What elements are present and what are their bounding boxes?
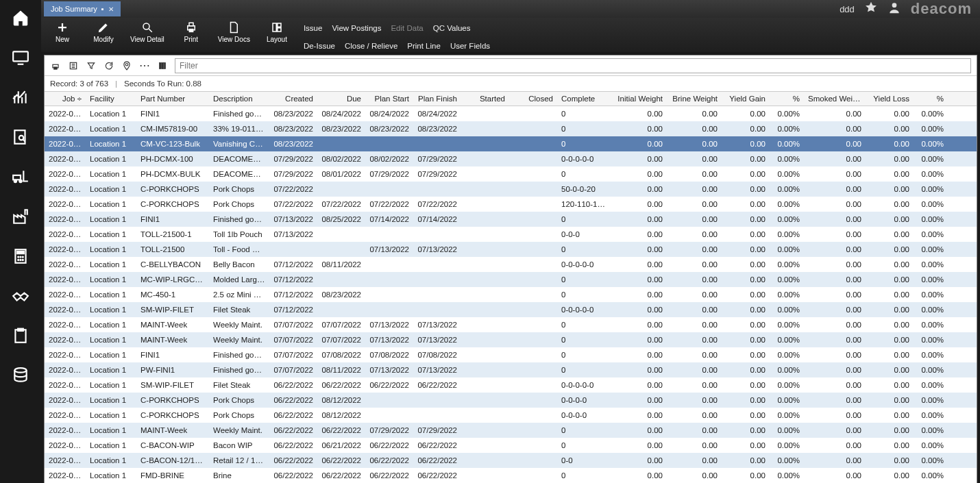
table-row[interactable]: 2022-05648Location 1C-BELLYBACONBelly Ba… bbox=[45, 257, 977, 272]
chart-icon[interactable] bbox=[11, 88, 30, 107]
handshake-icon[interactable] bbox=[11, 286, 30, 306]
table-row[interactable]: 2022-05634Location 1FMD-BRINEBrine06/22/… bbox=[45, 468, 977, 483]
table-row[interactable]: 2022-05660Location 1FINI1Finished good10… bbox=[45, 106, 977, 121]
table-row[interactable]: 2022-05646Location 1MC-450-12.5 oz Mini … bbox=[45, 287, 977, 302]
cell: 0 bbox=[557, 273, 612, 286]
cell: Filet Steak bbox=[209, 378, 269, 392]
cell: 08/23/2022 bbox=[269, 137, 317, 151]
column-header[interactable]: Part Number bbox=[136, 92, 209, 106]
database-icon[interactable] bbox=[11, 366, 30, 385]
star-icon[interactable] bbox=[864, 1, 878, 17]
clipboard-icon[interactable] bbox=[11, 326, 30, 345]
grid-export-icon[interactable] bbox=[68, 60, 79, 71]
cell bbox=[365, 277, 413, 282]
table-row[interactable]: 2022-05649Location 1TOLL-21500Toll - Foo… bbox=[45, 242, 977, 257]
view-docs-button[interactable]: View Docs bbox=[218, 21, 250, 43]
new-button[interactable]: New bbox=[48, 21, 77, 43]
qc-values-link[interactable]: QC Values bbox=[433, 24, 471, 32]
column-header[interactable]: Yield Gain bbox=[722, 92, 770, 106]
column-header[interactable]: Plan Finish bbox=[413, 92, 461, 106]
document-search-icon[interactable] bbox=[11, 127, 30, 147]
grid-more-icon[interactable]: ⋯ bbox=[139, 60, 150, 71]
user-icon[interactable] bbox=[887, 1, 901, 17]
cell: PW-FINI1 bbox=[136, 363, 209, 377]
de-issue-link[interactable]: De-Issue bbox=[304, 42, 335, 50]
column-header[interactable]: Closed bbox=[509, 92, 557, 106]
table-row[interactable]: 2022-05643Location 1FINI1Finished good10… bbox=[45, 347, 977, 362]
table-row[interactable]: 2022-05636Location 1C-BACON-WIPBacon WIP… bbox=[45, 438, 977, 453]
table-scroll[interactable]: Job ÷FacilityPart NumberDescriptionCreat… bbox=[45, 91, 977, 483]
view-postings-link[interactable]: View Postings bbox=[332, 24, 381, 32]
cell: FINI1 bbox=[136, 212, 209, 226]
factory-icon[interactable] bbox=[11, 207, 30, 226]
table-row[interactable]: 2022-05657Location 1PH-DCMX-100DEACOMEX … bbox=[45, 151, 977, 166]
table-row[interactable]: 2022-05656Location 1PH-DCMX-BULKDEACOMEX… bbox=[45, 166, 977, 182]
grid-pin-icon[interactable] bbox=[121, 60, 132, 71]
table-row[interactable]: 2022-05655Location 1C-PORKCHOPSPork Chop… bbox=[45, 182, 977, 197]
print-button[interactable]: Print bbox=[177, 21, 206, 43]
issue-link[interactable]: Issue bbox=[304, 24, 323, 32]
grid-print-icon[interactable] bbox=[50, 60, 61, 71]
cell: 0.00% bbox=[770, 378, 804, 392]
calculator-icon[interactable] bbox=[11, 247, 30, 266]
column-header[interactable]: Facility bbox=[86, 92, 136, 106]
cell: 08/23/2022 bbox=[269, 122, 317, 136]
forklift-icon[interactable] bbox=[11, 167, 30, 186]
grid-columns-icon[interactable] bbox=[157, 60, 168, 71]
table-row[interactable]: 2022-05659Location 1CM-IM57819-0033% 19-… bbox=[45, 121, 977, 136]
table-row[interactable]: 2022-05658Location 1CM-VC-123-BulkVanish… bbox=[45, 136, 977, 151]
tab-pin-icon[interactable]: ▪ bbox=[101, 5, 104, 13]
monitor-icon[interactable] bbox=[11, 48, 30, 67]
cell: 07/13/2022 bbox=[413, 363, 461, 377]
column-header[interactable]: Initial Weight bbox=[612, 92, 667, 106]
grid-filter-icon[interactable] bbox=[86, 60, 97, 71]
table-row[interactable]: 2022-05637Location 1MAINT-WeekWeekly Mai… bbox=[45, 423, 977, 438]
table-row[interactable]: 2022-05650Location 1TOLL-21500-1Toll 1lb… bbox=[45, 227, 977, 242]
table-row[interactable]: 2022-05644Location 1MAINT-WeekWeekly Mai… bbox=[45, 332, 977, 347]
column-header[interactable]: % bbox=[770, 92, 804, 106]
column-header[interactable]: Complete bbox=[557, 92, 612, 106]
modify-button[interactable]: Modify bbox=[89, 21, 118, 43]
table-row[interactable]: 2022-05641Location 1SM-WIP-FILETFilet St… bbox=[45, 377, 977, 393]
column-header[interactable]: Plan Start bbox=[365, 92, 413, 106]
cell: 0.00% bbox=[914, 454, 948, 467]
cell: 0.00 bbox=[722, 363, 770, 377]
cell: 0.00 bbox=[804, 408, 866, 422]
column-header[interactable]: % bbox=[914, 92, 948, 106]
cell: 07/29/2022 bbox=[269, 152, 317, 166]
cell bbox=[413, 186, 461, 192]
table-row[interactable]: 2022-05651Location 1FINI1Finished good10… bbox=[45, 212, 977, 227]
cell bbox=[413, 307, 461, 312]
cell: 0.00% bbox=[914, 408, 948, 422]
column-header[interactable]: Due bbox=[317, 92, 365, 106]
cell: 07/12/2022 bbox=[269, 258, 317, 271]
column-header[interactable]: Created bbox=[269, 92, 317, 106]
table-row[interactable]: 2022-05647Location 1MC-WIP-LRGCOIN-…Mold… bbox=[45, 272, 977, 287]
column-header[interactable]: Brine Weight bbox=[667, 92, 722, 106]
cell bbox=[461, 458, 509, 463]
table-row[interactable]: 2022-05635Location 1C-BACON-12/16oz-…Ret… bbox=[45, 453, 977, 468]
table-row[interactable]: 2022-05654Location 1C-PORKCHOPSPork Chop… bbox=[45, 197, 977, 212]
close-icon[interactable]: ✕ bbox=[108, 5, 114, 13]
view-detail-button[interactable]: View Detail bbox=[130, 21, 164, 43]
table-row[interactable]: 2022-05639Location 1C-PORKCHOPSPork Chop… bbox=[45, 408, 977, 423]
print-line-link[interactable]: Print Line bbox=[407, 42, 441, 50]
table-row[interactable]: 2022-05640Location 1C-PORKCHOPSPork Chop… bbox=[45, 393, 977, 408]
cell: 0.00% bbox=[770, 243, 804, 256]
layout-button[interactable]: Layout bbox=[262, 21, 291, 43]
tab-job-summary[interactable]: Job Summary ▪ ✕ bbox=[44, 1, 121, 16]
table-row[interactable]: 2022-05644Location 1MAINT-WeekWeekly Mai… bbox=[45, 317, 977, 332]
column-header[interactable]: Description bbox=[209, 92, 269, 106]
grid-refresh-icon[interactable] bbox=[103, 60, 114, 71]
column-header[interactable]: Job ÷ bbox=[45, 92, 86, 106]
table-row[interactable]: 2022-05645Location 1SM-WIP-FILETFilet St… bbox=[45, 302, 977, 317]
table-row[interactable]: 2022-05642Location 1PW-FINI1Finished goo… bbox=[45, 362, 977, 377]
edit-data-link[interactable]: Edit Data bbox=[391, 24, 423, 32]
column-header[interactable]: Started bbox=[461, 92, 509, 106]
user-fields-link[interactable]: User Fields bbox=[450, 42, 490, 50]
column-header[interactable]: Yield Loss bbox=[866, 92, 914, 106]
close-relieve-link[interactable]: Close / Relieve bbox=[345, 42, 397, 50]
column-header[interactable]: Smoked Weight bbox=[804, 92, 866, 106]
filter-input[interactable] bbox=[175, 58, 971, 73]
home-icon[interactable] bbox=[11, 8, 30, 27]
